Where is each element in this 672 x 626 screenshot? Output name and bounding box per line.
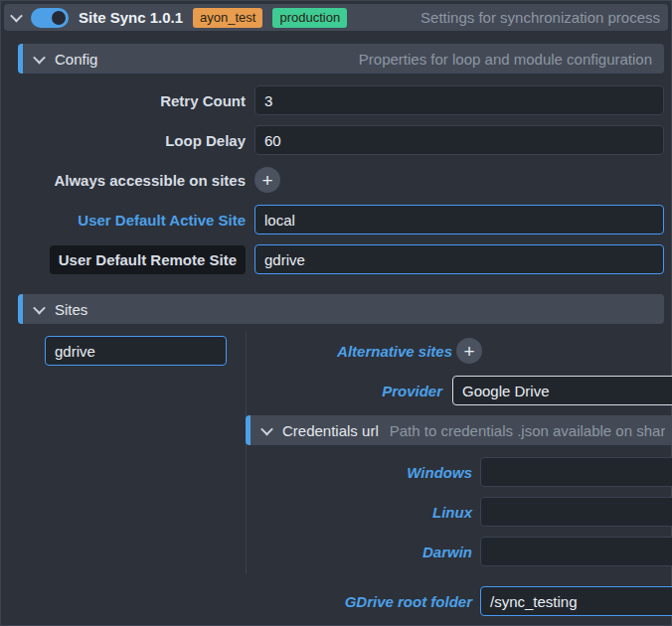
add-site-button[interactable]: +	[254, 167, 280, 193]
active-site-label: User Default Active Site	[78, 212, 246, 229]
remote-site-label: User Default Remote Site	[50, 245, 246, 274]
add-alternative-site-button[interactable]: +	[456, 338, 482, 364]
credentials-section-description: Path to credentials .json available on s…	[390, 422, 666, 439]
windows-label: Windows	[407, 464, 472, 481]
chevron-down-icon[interactable]	[33, 301, 46, 314]
config-section-description: Properties for loop and module configura…	[359, 51, 652, 68]
site-name-input[interactable]	[45, 336, 227, 366]
windows-row: Windows	[298, 457, 472, 487]
toggle-knob-icon	[52, 11, 66, 25]
credentials-section-title: Credentials url	[282, 422, 379, 439]
active-site-row: User Default Active Site	[18, 205, 246, 235]
chevron-down-icon[interactable]	[260, 422, 273, 435]
provider-label: Provider	[382, 383, 442, 399]
linux-input[interactable]	[480, 497, 672, 527]
windows-input[interactable]	[480, 457, 672, 487]
retry-count-label: Retry Count	[160, 92, 246, 109]
tree-guide-line	[246, 332, 247, 574]
status-badge-production: production	[272, 8, 347, 28]
sites-section-title: Sites	[55, 301, 87, 318]
gdrive-root-input[interactable]	[480, 586, 672, 616]
alternative-sites-row: Alternative sites	[258, 338, 452, 364]
chevron-down-icon[interactable]	[33, 51, 46, 64]
config-section-header[interactable]: Config Properties for loop and module co…	[18, 44, 664, 74]
always-accessible-row: Always accessible on sites	[18, 167, 246, 193]
site-sync-settings-panel: Site Sync 1.0.1 ayon_test production Set…	[0, 0, 672, 626]
active-site-input[interactable]	[254, 205, 664, 235]
darwin-label: Darwin	[422, 544, 472, 560]
gdrive-root-row: GDrive root folder	[258, 586, 472, 616]
gdrive-root-label: GDrive root folder	[345, 593, 472, 610]
provider-row: Provider	[258, 376, 442, 405]
linux-label: Linux	[432, 504, 472, 521]
darwin-input[interactable]	[480, 537, 672, 566]
addon-title: Site Sync 1.0.1	[79, 9, 183, 26]
status-badge-ayon-test: ayon_test	[193, 8, 262, 28]
darwin-row: Darwin	[298, 537, 472, 566]
remote-site-row: User Default Remote Site	[18, 244, 246, 274]
retry-count-row: Retry Count	[18, 85, 246, 115]
loop-delay-row: Loop Delay	[18, 125, 246, 155]
loop-delay-label: Loop Delay	[165, 132, 246, 149]
retry-count-input[interactable]	[254, 85, 664, 115]
sites-section-header[interactable]: Sites	[18, 294, 664, 324]
linux-row: Linux	[298, 497, 472, 527]
addon-header-bar: Site Sync 1.0.1 ayon_test production Set…	[4, 4, 668, 31]
addon-enabled-toggle[interactable]	[31, 8, 69, 28]
provider-select[interactable]: Google Drive	[452, 376, 672, 405]
chevron-down-icon[interactable]	[10, 10, 23, 23]
addon-description: Settings for synchronization process	[420, 9, 660, 26]
credentials-section-header[interactable]: Credentials url Path to credentials .jso…	[246, 415, 672, 445]
always-accessible-label: Always accessible on sites	[54, 172, 246, 189]
alternative-sites-label: Alternative sites	[337, 343, 452, 360]
remote-site-input[interactable]	[254, 244, 664, 274]
loop-delay-input[interactable]	[254, 125, 664, 155]
config-section-title: Config	[55, 51, 97, 68]
